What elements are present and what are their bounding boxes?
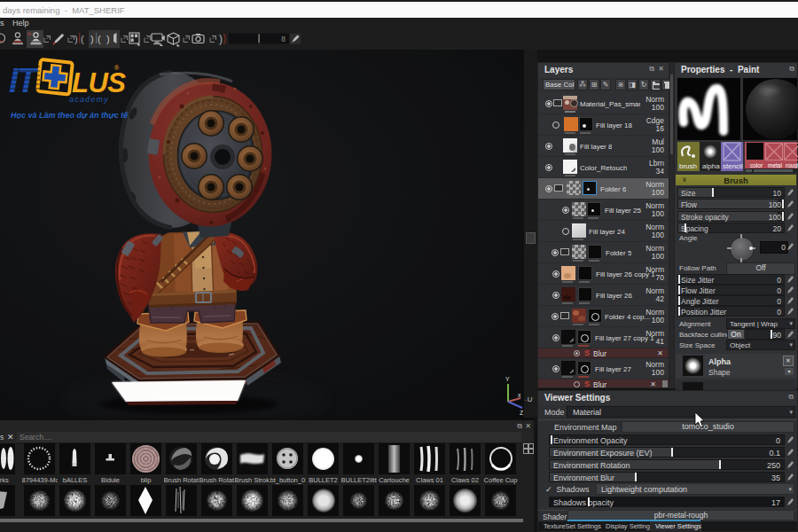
svg-text:): )	[219, 33, 223, 45]
svg-text:8: 8	[281, 35, 286, 43]
svg-text:(: (	[81, 34, 84, 44]
svg-text:LUS: LUS	[72, 67, 126, 98]
svg-text:IT: IT	[9, 62, 40, 99]
svg-text:academy: academy	[69, 95, 109, 104]
svg-text:Y: Y	[505, 376, 510, 382]
svg-text:): )	[90, 34, 94, 44]
svg-text:Học và Làm theo dự án thực tế: Học và Làm theo dự án thực tế	[11, 111, 129, 120]
svg-text:(: (	[98, 34, 101, 44]
svg-text:®: ®	[114, 65, 120, 71]
svg-text:): )	[74, 34, 78, 44]
svg-text:fx: fx	[27, 31, 32, 36]
svg-text:x: x	[518, 392, 521, 398]
svg-text:): )	[106, 34, 110, 44]
